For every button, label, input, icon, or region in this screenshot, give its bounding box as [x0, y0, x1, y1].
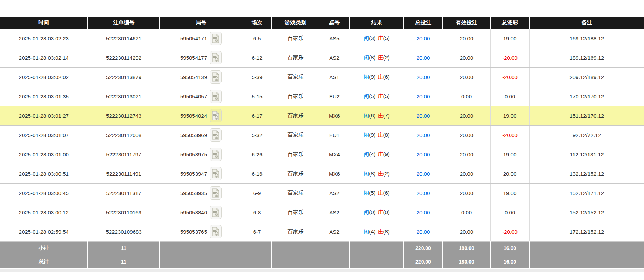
column-header-payout: 总派彩	[490, 17, 529, 29]
player-result-label: 闲	[364, 228, 369, 235]
bet-id-cell: 522230111491	[88, 164, 160, 183]
video-replay-icon[interactable]	[210, 90, 222, 103]
remark-cell: 92.12/72.12	[529, 125, 644, 145]
total-bet-link[interactable]: 20.00	[417, 190, 430, 196]
video-replay-icon[interactable]	[210, 206, 222, 219]
total-bet-cell: 20.00	[404, 48, 443, 67]
table-no-cell: MX4	[319, 145, 350, 164]
summary-payout-cell: 16.00	[490, 241, 529, 255]
round-id-cell: 595053935	[160, 183, 242, 203]
time-cell: 2025-01-28 03:02:14	[0, 48, 88, 67]
banker-result-score: (2)	[383, 170, 390, 177]
total-bet-link[interactable]: 20.00	[417, 209, 430, 216]
result-cell: 闲(6)庄(7)	[350, 106, 404, 125]
remark-cell: 169.12/188.12	[529, 29, 644, 48]
total-bet-link[interactable]: 20.00	[417, 93, 430, 100]
valid-bet-cell: 20.00	[443, 145, 490, 164]
total-bet-cell: 20.00	[404, 203, 443, 222]
total-bet-cell: 20.00	[404, 106, 443, 125]
round-id-value: 595054171	[180, 35, 207, 42]
payout-cell: 19.00	[490, 106, 529, 125]
video-replay-icon[interactable]	[210, 32, 222, 45]
session-cell: 6-8	[242, 203, 272, 222]
session-cell: 6-16	[242, 164, 272, 183]
remark-cell: 170.12/170.12	[529, 87, 644, 106]
total-bet-link[interactable]: 20.00	[417, 132, 430, 138]
table-row: 2025-01-28 02:59:54 522230109683 5950537…	[0, 222, 644, 241]
column-header-table_no: 桌号	[319, 17, 350, 29]
bet-id-cell: 522230114621	[88, 29, 160, 48]
video-replay-icon[interactable]	[210, 167, 222, 180]
player-result-label: 闲	[364, 93, 369, 99]
game-type-cell: 百家乐	[272, 67, 319, 87]
player-result-label: 闲	[364, 112, 369, 119]
video-replay-icon[interactable]	[210, 186, 222, 200]
player-result-score: (4)	[369, 228, 375, 235]
remark-cell: 209.12/189.12	[529, 67, 644, 87]
summary-result-cell	[350, 255, 404, 269]
result-cell: 闲(5)庄(6)	[350, 183, 404, 203]
session-cell: 6-7	[242, 222, 272, 241]
round-id-cell: 595054024	[160, 106, 242, 125]
video-replay-icon[interactable]	[210, 225, 222, 238]
total-bet-link[interactable]: 20.00	[417, 171, 430, 177]
round-id-value: 595054139	[180, 74, 207, 80]
player-result-score: (9)	[369, 132, 375, 138]
total-bet-link[interactable]: 20.00	[417, 229, 430, 235]
bet-id-cell: 522230111317	[88, 183, 160, 203]
valid-bet-cell: 20.00	[443, 125, 490, 145]
table-row: 2025-01-28 03:01:35 522230113021 5950540…	[0, 87, 644, 106]
video-replay-icon[interactable]	[210, 109, 222, 122]
result-cell: 闲(3)庄(5)	[350, 29, 404, 48]
bet-id-cell: 522230110169	[88, 203, 160, 222]
bet-id-cell: 522230113879	[88, 67, 160, 87]
bet-id-cell: 522230112743	[88, 106, 160, 125]
summary-remark-cell	[529, 241, 644, 255]
round-id-cell: 595054177	[160, 48, 242, 67]
total-bet-link[interactable]: 20.00	[417, 74, 430, 80]
total-bet-cell: 20.00	[404, 125, 443, 145]
summary-table-no-cell	[319, 241, 350, 255]
video-replay-icon[interactable]	[210, 70, 222, 84]
session-cell: 6-17	[242, 106, 272, 125]
video-replay-icon[interactable]	[210, 148, 222, 161]
round-id-value: 595053969	[180, 132, 207, 138]
valid-bet-cell: 20.00	[443, 67, 490, 87]
table-header-row: 时间注单编号局号场次游戏类别桌号结果总投注有效投注总派彩备注	[0, 17, 644, 29]
game-type-cell: 百家乐	[272, 48, 319, 67]
table-row: 2025-01-28 03:02:14 522230114292 5950541…	[0, 48, 644, 67]
session-cell: 6-9	[242, 183, 272, 203]
table-row: 2025-01-28 03:00:45 522230111317 5950539…	[0, 183, 644, 203]
summary-count-cell: 11	[88, 241, 160, 255]
total-bet-link[interactable]: 20.00	[417, 113, 430, 119]
banker-result-score: (8)	[383, 228, 390, 235]
total-bet-cell: 20.00	[404, 164, 443, 183]
player-result-score: (8)	[369, 170, 375, 177]
total-bet-link[interactable]: 20.00	[417, 55, 430, 61]
total-bet-link[interactable]: 20.00	[417, 35, 430, 42]
player-result-label: 闲	[364, 190, 369, 196]
payout-cell: -20.00	[490, 125, 529, 145]
total-bet-link[interactable]: 20.00	[417, 151, 430, 158]
video-replay-icon[interactable]	[210, 128, 222, 142]
valid-bet-cell: 20.00	[443, 164, 490, 183]
bet-id-cell: 522230109683	[88, 222, 160, 241]
valid-bet-cell: 20.00	[443, 106, 490, 125]
summary-session-cell	[242, 241, 272, 255]
session-cell: 5-32	[242, 125, 272, 145]
result-cell: 闲(8)庄(2)	[350, 48, 404, 67]
video-replay-icon[interactable]	[210, 51, 222, 64]
banker-result-label: 庄	[378, 93, 383, 99]
table-header: 时间注单编号局号场次游戏类别桌号结果总投注有效投注总派彩备注	[0, 17, 644, 29]
game-type-cell: 百家乐	[272, 203, 319, 222]
player-result-score: (8)	[369, 54, 375, 61]
summary-game-type-cell	[272, 255, 319, 269]
remark-cell: 132.12/152.12	[529, 164, 644, 183]
player-result-label: 闲	[364, 170, 369, 177]
session-cell: 6-26	[242, 145, 272, 164]
result-cell: 闲(0)庄(0)	[350, 203, 404, 222]
summary-total-bet-cell: 220.00	[404, 241, 443, 255]
game-type-cell: 百家乐	[272, 106, 319, 125]
valid-bet-cell: 20.00	[443, 29, 490, 48]
player-result-score: (5)	[369, 93, 375, 99]
